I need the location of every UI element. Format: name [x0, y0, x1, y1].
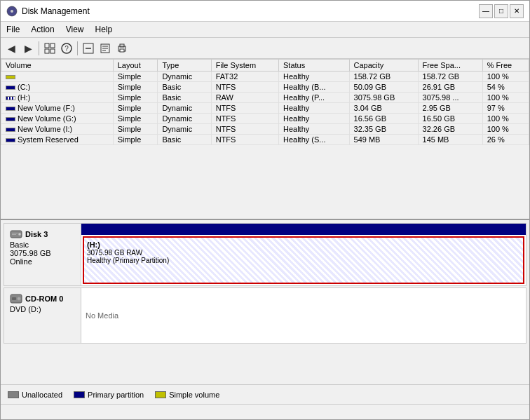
cell-status: Healthy	[279, 124, 350, 135]
legend-primary-label: Primary partition	[88, 391, 144, 399]
cell-layout: Simple	[113, 82, 158, 93]
col-filesystem[interactable]: File System	[211, 60, 278, 72]
cell-pct: 26 %	[482, 135, 529, 145]
disk3-type: Basic	[10, 241, 75, 249]
svg-rect-5	[50, 49, 55, 53]
disk-panels-scroll[interactable]: Disk 3 Basic 3075.98 GB Online (H:) 3075…	[1, 220, 529, 384]
cell-capacity: 32.35 GB	[349, 124, 418, 135]
col-type[interactable]: Type	[158, 60, 211, 72]
title-controls: — □ ✕	[479, 4, 524, 18]
disk-panels-area: Disk 3 Basic 3075.98 GB Online (H:) 3075…	[1, 220, 529, 384]
forward-button[interactable]: ▶	[20, 41, 36, 56]
svg-rect-19	[12, 233, 18, 233]
legend-unalloc-box	[8, 391, 19, 398]
cell-type: Dynamic	[158, 103, 211, 114]
toolbar-separator-2	[77, 41, 78, 55]
menu-action[interactable]: Action	[25, 23, 60, 36]
cell-layout: Simple	[113, 93, 158, 103]
table-row[interactable]: System Reserved Simple Basic NTFS Health…	[1, 135, 529, 145]
close-button[interactable]: ✕	[510, 4, 524, 18]
cell-type: Dynamic	[158, 114, 211, 124]
legend-simple: Simple volume	[155, 391, 219, 399]
disk3-header-bar	[81, 224, 526, 235]
help-button[interactable]: ?	[59, 41, 74, 56]
svg-rect-22	[12, 297, 16, 300]
cell-free: 26.91 GB	[418, 82, 482, 93]
svg-point-18	[18, 233, 21, 236]
title-bar: Disk Management — □ ✕	[1, 1, 529, 22]
disk3-partition-status: Healthy (Primary Partition)	[87, 257, 520, 264]
col-layout[interactable]: Layout	[113, 60, 158, 72]
svg-rect-3	[50, 43, 55, 48]
disk3-partition[interactable]: (H:) 3075.98 GB RAW Healthy (Primary Par…	[83, 236, 524, 284]
volume-table-container[interactable]: Volume Layout Type File System Status Ca…	[1, 59, 529, 220]
cell-pct: 97 %	[482, 103, 529, 114]
app-icon	[6, 6, 18, 17]
table-row[interactable]: (C:) Simple Basic NTFS Healthy (B... 50.…	[1, 82, 529, 93]
cell-volume: New Volume (F:)	[1, 103, 114, 114]
cell-type: Basic	[158, 135, 211, 145]
cell-fs: NTFS	[211, 114, 278, 124]
cell-pct: 100 %	[482, 114, 529, 124]
cell-fs: NTFS	[211, 124, 278, 135]
properties-button[interactable]	[97, 41, 113, 56]
col-pctfree[interactable]: % Free	[482, 60, 529, 72]
print-icon	[116, 43, 128, 54]
svg-rect-16	[120, 49, 124, 52]
print-button[interactable]	[114, 41, 130, 56]
disk3-label: Disk 3 Basic 3075.98 GB Online	[4, 224, 81, 285]
menu-view[interactable]: View	[60, 23, 90, 36]
legend-unalloc-label: Unallocated	[22, 391, 62, 399]
cell-free: 158.72 GB	[418, 72, 482, 82]
cell-layout: Simple	[113, 103, 158, 114]
remove-button[interactable]	[81, 41, 96, 56]
col-capacity[interactable]: Capacity	[349, 60, 418, 72]
cdrom0-title: CD-ROM 0	[10, 292, 75, 305]
cdrom0-row: CD-ROM 0 DVD (D:) No Media	[4, 287, 526, 344]
help-icon: ?	[61, 43, 72, 54]
cell-status: Healthy	[279, 114, 350, 124]
cell-capacity: 3075.98 GB	[349, 93, 418, 103]
disk3-icon	[10, 228, 22, 241]
cell-capacity: 50.09 GB	[349, 82, 418, 93]
disk3-status: Online	[10, 257, 75, 266]
toolbar-separator-1	[39, 41, 39, 55]
cell-volume	[1, 72, 114, 82]
cell-fs: FAT32	[211, 72, 278, 82]
minimize-button[interactable]: —	[479, 4, 493, 18]
cdrom0-type: DVD (D:)	[10, 305, 75, 313]
col-freespace[interactable]: Free Spa...	[418, 60, 482, 72]
cell-fs: NTFS	[211, 103, 278, 114]
cell-status: Healthy (S...	[279, 135, 350, 145]
legend-simple-label: Simple volume	[169, 391, 219, 399]
table-row[interactable]: New Volume (I:) Simple Dynamic NTFS Heal…	[1, 124, 529, 135]
menu-help[interactable]: Help	[90, 23, 118, 36]
cell-volume: New Volume (G:)	[1, 114, 114, 124]
menu-file[interactable]: File	[1, 23, 25, 36]
cell-volume: (C:)	[1, 82, 114, 93]
col-status[interactable]: Status	[279, 60, 350, 72]
cdrom0-icon	[10, 292, 22, 305]
cell-type: Basic	[158, 93, 211, 103]
cell-fs: NTFS	[211, 135, 278, 145]
table-row[interactable]: (H:) Simple Basic RAW Healthy (P... 3075…	[1, 93, 529, 103]
table-row[interactable]: Simple Dynamic FAT32 Healthy 158.72 GB 1…	[1, 72, 529, 82]
table-row[interactable]: New Volume (G:) Simple Dynamic NTFS Heal…	[1, 114, 529, 124]
back-button[interactable]: ◀	[4, 41, 19, 56]
cell-layout: Simple	[113, 135, 158, 145]
disk3-name: Disk 3	[25, 230, 48, 238]
legend-simple-box	[155, 391, 166, 398]
maximize-button[interactable]: □	[494, 4, 508, 18]
view-button[interactable]	[42, 41, 57, 56]
cdrom0-label: CD-ROM 0 DVD (D:)	[4, 288, 81, 343]
window-title: Disk Management	[22, 6, 90, 16]
cell-fs: NTFS	[211, 82, 278, 93]
disk3-title: Disk 3	[10, 228, 75, 241]
disk3-size: 3075.98 GB	[10, 249, 75, 257]
svg-text:?: ?	[64, 45, 69, 53]
disk3-partition-size: 3075.98 GB RAW	[87, 249, 520, 257]
cell-fs: RAW	[211, 93, 278, 103]
title-bar-left: Disk Management	[6, 6, 90, 17]
table-row[interactable]: New Volume (F:) Simple Dynamic NTFS Heal…	[1, 103, 529, 114]
col-volume[interactable]: Volume	[1, 60, 114, 72]
